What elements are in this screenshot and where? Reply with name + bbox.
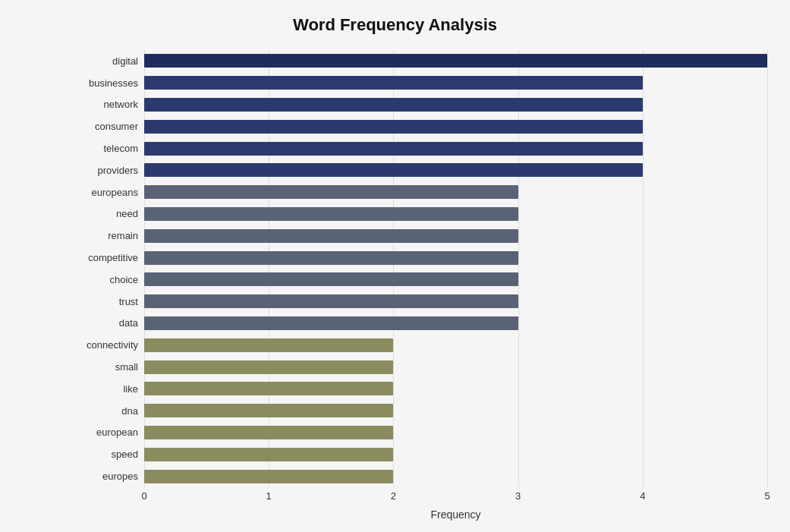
y-axis-label: european <box>96 427 138 437</box>
bar-row <box>144 74 767 91</box>
y-axis-label: connectivity <box>87 340 138 350</box>
bar <box>144 76 643 90</box>
bar-row <box>144 52 767 69</box>
bar <box>144 316 518 330</box>
bar <box>144 251 518 265</box>
bars-area <box>144 50 767 487</box>
x-tick-label: 1 <box>266 490 272 502</box>
bar-row <box>144 228 767 244</box>
bar <box>144 448 393 461</box>
bar-row <box>144 315 767 332</box>
y-axis-label: trust <box>119 297 138 307</box>
bar-row <box>144 402 767 419</box>
bar <box>144 142 643 156</box>
y-axis-label: speed <box>112 449 138 459</box>
y-axis-label: need <box>116 209 138 219</box>
bar-row <box>144 271 767 288</box>
x-axis-title: Frequency <box>144 508 767 521</box>
bar <box>144 272 518 286</box>
y-axis-label: competitive <box>88 253 138 263</box>
bar <box>144 185 518 199</box>
bar <box>144 294 518 308</box>
y-axis-label: digital <box>112 56 138 66</box>
bar-row <box>144 446 767 463</box>
x-tick-label: 4 <box>640 490 645 502</box>
bar-row <box>144 118 767 135</box>
bar-row <box>144 359 767 376</box>
bar <box>144 470 393 483</box>
x-tick-label: 2 <box>391 490 396 502</box>
y-axis-label: providers <box>98 165 138 175</box>
y-axis-label: europes <box>102 471 138 481</box>
bar-row <box>144 184 767 200</box>
y-axis-label: remain <box>108 231 138 241</box>
x-tick-label: 5 <box>764 490 770 502</box>
bar-row <box>144 380 767 397</box>
bar <box>144 229 518 243</box>
y-axis-label: data <box>119 318 138 328</box>
y-axis-label: consumer <box>95 121 138 131</box>
bar-row <box>144 162 767 178</box>
bar <box>144 98 643 112</box>
chart-container: Word Frequency Analysis digitalbusinesse… <box>0 0 790 532</box>
bar <box>144 338 393 352</box>
y-axis-label: choice <box>109 275 138 285</box>
bar <box>144 404 393 417</box>
grid-line <box>767 50 768 487</box>
y-axis-label: small <box>115 362 138 372</box>
bar <box>144 426 393 439</box>
bar <box>144 382 393 395</box>
bar-row <box>144 424 767 441</box>
bar-row <box>144 206 767 222</box>
chart-title: Word Frequency Analysis <box>23 15 767 35</box>
bar <box>144 120 643 134</box>
y-axis-label: telecom <box>103 143 138 153</box>
bar <box>144 207 518 221</box>
bar-row <box>144 468 767 485</box>
bar-row <box>144 96 767 113</box>
bar <box>144 163 643 177</box>
y-axis-label: europeans <box>92 187 138 197</box>
bar-row <box>144 293 767 310</box>
bar-row <box>144 337 767 354</box>
bar <box>144 360 393 374</box>
bar <box>144 54 767 68</box>
y-axis-label: like <box>123 384 138 394</box>
y-axis: digitalbusinessesnetworkconsumertelecomp… <box>76 50 144 487</box>
y-axis-label: businesses <box>89 78 138 88</box>
y-axis-label: network <box>103 99 138 109</box>
bar-row <box>144 140 767 157</box>
x-tick-label: 3 <box>515 490 521 502</box>
bar-row <box>144 250 767 266</box>
x-tick-label: 0 <box>141 490 146 502</box>
y-axis-label: dna <box>121 406 138 416</box>
